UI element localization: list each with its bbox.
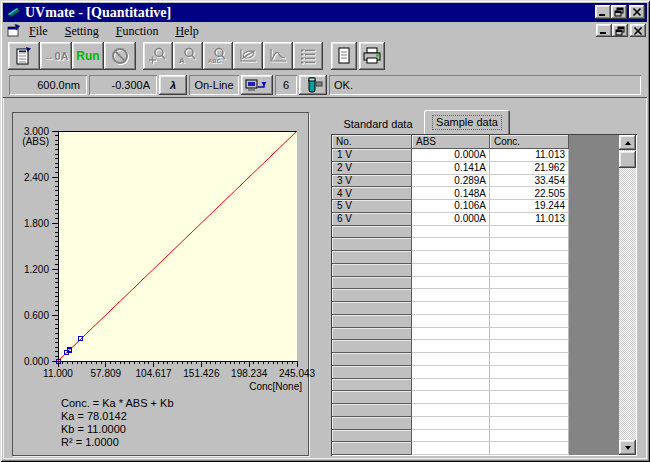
conc-cell[interactable] (490, 353, 569, 366)
peak-view-button[interactable] (263, 42, 293, 70)
conc-cell[interactable] (490, 328, 569, 341)
scroll-thumb[interactable] (619, 151, 636, 168)
abs-cell[interactable]: 0.106A (412, 200, 490, 213)
child-minimize-button[interactable] (596, 24, 612, 37)
abs-cell[interactable] (412, 289, 490, 302)
tab-standard-data[interactable]: Standard data (332, 114, 424, 134)
row-no-cell[interactable] (332, 417, 412, 430)
abs-cell[interactable]: 0.141A (412, 162, 490, 175)
abs-cell[interactable]: 0.148A (412, 187, 490, 200)
abs-cell[interactable] (412, 366, 490, 379)
conc-cell[interactable] (490, 366, 569, 379)
conc-cell[interactable] (490, 404, 569, 417)
minimize-button[interactable] (595, 5, 611, 19)
menu-file[interactable]: File (28, 24, 49, 39)
report-button[interactable] (331, 42, 357, 70)
row-no-cell[interactable] (332, 366, 412, 379)
row-no-cell[interactable] (332, 238, 412, 251)
abs-cell[interactable] (412, 251, 490, 264)
run-button[interactable]: Run (72, 42, 104, 70)
conc-cell[interactable]: 33.454 (490, 175, 569, 188)
row-no-cell[interactable] (332, 430, 412, 443)
abs-cell[interactable]: 0.289A (412, 175, 490, 188)
row-no-cell[interactable] (332, 442, 412, 455)
row-no-cell[interactable]: 4 V (332, 187, 412, 200)
conc-cell[interactable] (490, 277, 569, 290)
conc-cell[interactable] (490, 391, 569, 404)
row-no-cell[interactable]: 5 V (332, 200, 412, 213)
list-view-button[interactable] (293, 42, 323, 70)
row-no-cell[interactable] (332, 379, 412, 392)
abs-cell[interactable] (412, 391, 490, 404)
close-button[interactable] (629, 5, 645, 19)
conc-cell[interactable] (490, 289, 569, 302)
row-no-cell[interactable] (332, 226, 412, 239)
print-button[interactable] (359, 42, 385, 70)
abs-cell[interactable] (412, 353, 490, 366)
conc-cell[interactable] (490, 315, 569, 328)
conc-cell[interactable] (490, 417, 569, 430)
abs-cell[interactable] (412, 277, 490, 290)
stop-button[interactable] (104, 42, 136, 70)
row-no-cell[interactable] (332, 391, 412, 404)
zoom-pan-button[interactable] (143, 42, 173, 70)
abs-cell[interactable] (412, 226, 490, 239)
conc-cell[interactable]: 11.013 (490, 213, 569, 226)
abs-cell[interactable] (412, 404, 490, 417)
child-close-button[interactable] (630, 24, 646, 37)
row-no-cell[interactable]: 2 V (332, 162, 412, 175)
abs-cell[interactable] (412, 442, 490, 455)
row-no-cell[interactable] (332, 404, 412, 417)
abs-cell[interactable] (412, 238, 490, 251)
conc-cell[interactable] (490, 379, 569, 392)
row-no-cell[interactable] (332, 328, 412, 341)
conc-cell[interactable] (490, 251, 569, 264)
row-no-cell[interactable] (332, 340, 412, 353)
abs-cell[interactable] (412, 328, 490, 341)
menu-setting[interactable]: Setting (64, 24, 100, 39)
cell-button[interactable] (299, 75, 327, 95)
child-restore-button[interactable] (612, 24, 628, 37)
conc-cell[interactable]: 19.244 (490, 200, 569, 213)
abs-cell[interactable] (412, 264, 490, 277)
abs-cell[interactable] (412, 379, 490, 392)
row-no-cell[interactable] (332, 277, 412, 290)
conc-cell[interactable]: 11.013 (490, 149, 569, 162)
conc-cell[interactable] (490, 442, 569, 455)
conc-cell[interactable]: 21.962 (490, 162, 569, 175)
conc-cell[interactable] (490, 264, 569, 277)
row-no-cell[interactable] (332, 353, 412, 366)
row-no-cell[interactable] (332, 264, 412, 277)
conc-cell[interactable]: 22.505 (490, 187, 569, 200)
table-scrollbar[interactable] (619, 135, 636, 455)
tab-sample-data[interactable]: Sample data (424, 110, 510, 134)
row-no-cell[interactable] (332, 302, 412, 315)
abs-cell[interactable] (412, 340, 490, 353)
scroll-up-button[interactable] (619, 135, 636, 150)
row-no-cell[interactable]: 6 V (332, 213, 412, 226)
abs-cell[interactable]: 0.000A (412, 213, 490, 226)
conc-cell[interactable] (490, 238, 569, 251)
abs-cell[interactable] (412, 430, 490, 443)
abs-cell[interactable]: 0.000A (412, 149, 490, 162)
menu-help[interactable]: Help (174, 24, 199, 39)
method-setup-button[interactable] (8, 42, 40, 70)
conc-cell[interactable] (490, 302, 569, 315)
row-no-cell[interactable] (332, 289, 412, 302)
row-no-cell[interactable] (332, 251, 412, 264)
scroll-down-button[interactable] (619, 440, 636, 455)
restore-button[interactable] (611, 5, 627, 19)
spectrum-view-button[interactable] (233, 42, 263, 70)
menu-function[interactable]: Function (115, 24, 160, 39)
conc-cell[interactable] (490, 430, 569, 443)
abs-cell[interactable] (412, 302, 490, 315)
conc-cell[interactable] (490, 226, 569, 239)
abs-cell[interactable] (412, 315, 490, 328)
row-no-cell[interactable] (332, 315, 412, 328)
zoom-scale-button[interactable] (203, 42, 233, 70)
document-window-icon[interactable] (7, 24, 21, 38)
conc-cell[interactable] (490, 340, 569, 353)
auto-zero-button[interactable]: →0A (40, 42, 72, 70)
instrument-link-button[interactable] (241, 75, 273, 95)
abs-cell[interactable] (412, 417, 490, 430)
